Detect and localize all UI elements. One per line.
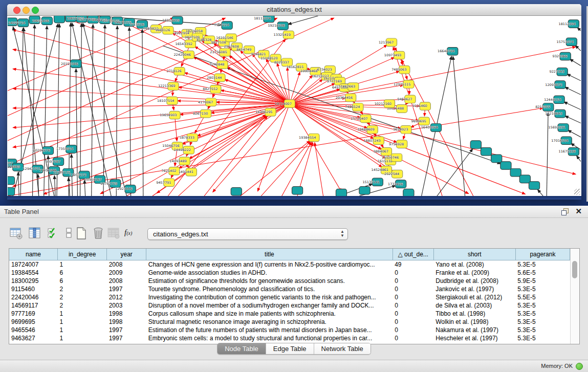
table-scrollbar-thumb[interactable] <box>572 261 577 278</box>
column-header-pagerank[interactable]: pagerank <box>515 249 570 260</box>
table-cell[interactable]: 9115460 <box>9 285 58 293</box>
table-settings-icon[interactable] <box>9 226 24 240</box>
table-cell[interactable]: 1997 <box>107 334 146 342</box>
table-row[interactable]: 2242004622012Investigating the contribut… <box>9 293 570 301</box>
table-cell[interactable]: 2 <box>58 293 107 301</box>
table-cell[interactable]: 1997 <box>107 326 146 334</box>
table-cell[interactable]: 6 <box>58 269 107 277</box>
column-header-in_degree[interactable]: in_degree <box>58 249 107 260</box>
table-cell[interactable]: Yano et al. (2008) <box>433 260 515 269</box>
table-cell[interactable]: 0 <box>393 277 433 285</box>
table-cell[interactable]: 1997 <box>107 285 146 293</box>
table-cell[interactable]: Nakamura et al. (1997) <box>433 326 515 334</box>
column-selector-icon[interactable] <box>28 226 42 240</box>
table-cell[interactable]: Franke et al. (2009) <box>433 269 515 277</box>
table-cell[interactable]: Tourette syndrome. Phenomenology and cla… <box>146 285 393 293</box>
graph-node[interactable] <box>529 182 539 190</box>
column-header-title[interactable]: title <box>146 249 393 260</box>
table-cell[interactable]: de Silva et al. (2003) <box>433 301 515 310</box>
table-cell[interactable]: 1 <box>58 260 107 269</box>
table-cell[interactable]: 2008 <box>107 277 146 285</box>
table-cell[interactable]: Corpus callosum shape and size in male p… <box>146 310 393 318</box>
table-cell[interactable]: 0 <box>393 334 433 342</box>
row-selector-icon[interactable] <box>46 226 60 240</box>
table-row[interactable]: 977716911998Corpus callosum shape and si… <box>9 310 570 318</box>
graph-node[interactable] <box>519 175 530 183</box>
tab-edge-table[interactable]: Edge Table <box>266 343 314 354</box>
table-row[interactable]: 946362711997Embryonic stem cells: a mode… <box>9 334 570 342</box>
tab-node-table[interactable]: Node Table <box>217 343 266 354</box>
table-cell[interactable]: Jankovic et al. (1997) <box>433 285 515 293</box>
table-cell[interactable]: Changes of HCN gene expression and I(f) … <box>146 260 393 269</box>
table-cell[interactable]: 5.5E-5 <box>515 293 570 301</box>
window-resize-grip[interactable] <box>574 189 580 195</box>
graph-node[interactable] <box>8 187 15 195</box>
table-cell[interactable]: 2003 <box>107 301 146 310</box>
table-cell[interactable]: 6 <box>58 277 107 285</box>
table-cell[interactable]: 5.3E-5 <box>515 285 570 293</box>
tab-network-table[interactable]: Network Table <box>314 343 371 354</box>
table-row[interactable]: 1872400712008Changes of HCN gene express… <box>9 260 570 269</box>
table-cell[interactable]: 0 <box>393 301 433 310</box>
network-window-titlebar[interactable]: citations_edges.txt <box>7 4 581 16</box>
table-cell[interactable]: Disruption of a novel member of a sodium… <box>146 301 393 310</box>
table-cell[interactable]: 5.3E-5 <box>515 310 570 318</box>
table-cell[interactable]: 2009 <box>107 269 146 277</box>
table-cell[interactable]: Estimation of the future numbers of pati… <box>146 326 393 334</box>
table-row[interactable]: 969969511998Structural magnetic resonanc… <box>9 318 570 326</box>
table-cell[interactable]: 1 <box>58 334 107 342</box>
table-cell[interactable]: 19384554 <box>9 269 58 277</box>
table-cell[interactable]: 18300295 <box>9 277 58 285</box>
table-cell[interactable]: 5.3E-5 <box>515 301 570 310</box>
table-cell[interactable]: 5.3E-5 <box>515 318 570 326</box>
graph-node[interactable] <box>491 155 502 163</box>
graph-node[interactable] <box>336 189 346 196</box>
table-row[interactable]: 1938455462009Genome-wide association stu… <box>9 269 570 277</box>
table-cell[interactable]: 18724007 <box>9 260 58 269</box>
graph-node[interactable] <box>403 189 414 196</box>
table-cell[interactable]: Wolkin et al. (1998) <box>433 318 515 326</box>
table-cell[interactable]: Hescheler et al. (1997) <box>433 334 515 342</box>
graph-node[interactable] <box>510 168 521 177</box>
delete-table-icon[interactable] <box>91 226 105 240</box>
graph-node[interactable] <box>500 162 511 170</box>
table-cell[interactable]: 0 <box>393 269 433 277</box>
table-cell[interactable]: 2012 <box>107 293 146 301</box>
table-cell[interactable]: 0 <box>393 285 433 293</box>
table-cell[interactable]: Structural magnetic resonance image aver… <box>146 318 393 326</box>
table-cell[interactable]: Genome-wide association studies in ADHD. <box>146 269 393 277</box>
table-cell[interactable]: 5.3E-5 <box>515 260 570 269</box>
table-cell[interactable]: Embryonic stem cells: a model to study s… <box>146 334 393 342</box>
table-cell[interactable]: 2 <box>58 285 107 293</box>
network-canvas[interactable]: 2405572420691406106552571527760284661601… <box>8 16 581 196</box>
column-header-out_degree[interactable]: △ out_de... <box>393 249 433 260</box>
table-selector-dropdown[interactable]: citations_edges.txt ▲▼ <box>147 228 348 240</box>
graph-node[interactable] <box>8 177 15 185</box>
table-cell[interactable]: 9777169 <box>9 310 58 318</box>
table-cell[interactable]: 5.6E-5 <box>515 269 570 277</box>
graph-node[interactable] <box>231 187 242 195</box>
table-cell[interactable]: 0 <box>393 326 433 334</box>
table-cell[interactable]: 1998 <box>107 310 146 318</box>
new-table-icon[interactable] <box>74 226 89 240</box>
table-scrollbar[interactable] <box>570 249 579 344</box>
graph-node[interactable] <box>292 186 302 194</box>
table-cell[interactable]: 9465546 <box>9 326 58 334</box>
table-cell[interactable]: 1 <box>58 318 107 326</box>
table-cell[interactable]: 1998 <box>107 318 146 326</box>
table-cell[interactable]: 9463627 <box>9 334 58 342</box>
table-cell[interactable]: 2008 <box>107 260 146 269</box>
table-row[interactable]: 946554611997Estimation of the future num… <box>9 326 570 334</box>
table-row[interactable]: 911546021997Tourette syndrome. Phenomeno… <box>9 285 570 293</box>
network-view-window[interactable]: citations_edges.txt 24055724206914061065… <box>7 4 581 200</box>
table-cell[interactable]: 5.3E-5 <box>515 334 570 342</box>
table-panel-titlebar[interactable]: Table Panel ✕ <box>0 206 588 218</box>
function-builder-icon[interactable]: f(x) <box>124 228 139 243</box>
table-cell[interactable]: 49 <box>393 260 433 269</box>
table-cell[interactable]: 1 <box>58 310 107 318</box>
graph-node[interactable] <box>359 186 370 194</box>
column-header-year[interactable]: year <box>107 249 146 260</box>
table-cell[interactable]: 0 <box>393 293 433 301</box>
table-row[interactable]: 1830029562008Estimation of significance … <box>9 277 570 285</box>
column-header-short[interactable]: short <box>433 249 515 260</box>
